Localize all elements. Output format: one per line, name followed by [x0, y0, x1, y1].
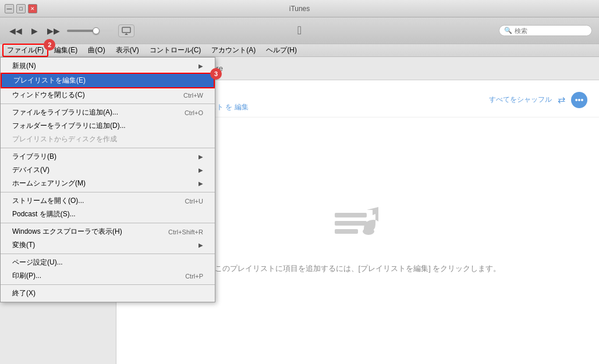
- dd-sep5: [1, 254, 215, 254]
- dd-new[interactable]: 新規(N) ▶: [1, 59, 215, 73]
- dropdown-menu: 新規(N) ▶ プレイリストを編集(E) 3 ウィンドウを閉じる(C) Ctrl…: [0, 57, 215, 302]
- dd-open-stream[interactable]: ストリームを開く(O)... Ctrl+U: [1, 194, 215, 208]
- play-button[interactable]: ▶: [29, 25, 40, 37]
- airplay-icon: [122, 27, 131, 35]
- dd-devices[interactable]: デバイス(V) ▶: [1, 163, 215, 177]
- dd-edit-playlist[interactable]: プレイリストを編集(E) 3: [1, 73, 215, 88]
- dd-home-sharing[interactable]: ホームシェアリング(M) ▶: [1, 177, 215, 190]
- content-actions: すべてをシャッフル ⇄ •••: [489, 92, 587, 108]
- title-bar: — □ ✕ iTunes: [0, 0, 599, 17]
- badge-3: 3: [210, 68, 222, 80]
- empty-text: このプレイリストに項目を追加するには、[プレイリストを編集] をクリックします。: [215, 263, 501, 275]
- dd-sep1: [1, 104, 215, 104]
- dd-convert-arrow: ▶: [199, 242, 203, 248]
- volume-slider[interactable]: [67, 30, 114, 32]
- dd-convert[interactable]: 変換(T) ▶: [1, 238, 215, 252]
- dd-sep6: [1, 284, 215, 285]
- dd-print-shortcut: Ctrl+P: [185, 273, 203, 280]
- dd-open-stream-shortcut: Ctrl+U: [185, 198, 203, 205]
- dd-add-file[interactable]: ファイルをライブラリに追加(A)... Ctrl+O: [1, 106, 215, 119]
- transport-bar: ◀◀ ▶ ▶▶  🔍: [0, 17, 599, 44]
- svg-rect-0: [122, 27, 130, 33]
- dd-subscribe-podcast[interactable]: Podcast を購読(S)...: [1, 208, 215, 221]
- menu-control[interactable]: コントロール(C): [145, 44, 206, 56]
- airplay-button[interactable]: [118, 24, 134, 37]
- dd-quit[interactable]: 終了(X): [1, 287, 215, 300]
- search-input[interactable]: [515, 27, 587, 34]
- dd-home-sharing-arrow: ▶: [199, 180, 203, 187]
- window-title: iTunes: [289, 5, 310, 13]
- menu-song[interactable]: 曲(O): [83, 44, 109, 56]
- forward-button[interactable]: ▶▶: [45, 25, 62, 37]
- dd-library-arrow: ▶: [199, 154, 203, 160]
- dd-sep3: [1, 192, 215, 192]
- shuffle-label: すべてをシャッフル: [489, 95, 552, 105]
- dd-devices-arrow: ▶: [199, 167, 203, 173]
- svg-point-5: [363, 228, 374, 235]
- menu-file[interactable]: ファイル(F) 2: [2, 44, 48, 57]
- dd-print[interactable]: 印刷(P)... Ctrl+P: [1, 269, 215, 283]
- dd-sep2: [1, 148, 215, 148]
- svg-marker-1: [125, 33, 128, 35]
- apple-logo: : [297, 24, 302, 37]
- volume-thumb[interactable]: [93, 27, 100, 34]
- search-icon: 🔍: [504, 27, 512, 34]
- maximize-button[interactable]: □: [16, 4, 26, 13]
- svg-rect-2: [335, 213, 367, 217]
- menu-help[interactable]: ヘルプ(H): [261, 44, 302, 56]
- dd-new-arrow: ▶: [199, 63, 203, 69]
- dd-sep4: [1, 223, 215, 223]
- dd-add-folder[interactable]: フォルダーをライブラリに追加(D)...: [1, 119, 215, 133]
- empty-music-icon: [329, 207, 387, 254]
- close-button[interactable]: ✕: [28, 4, 37, 13]
- music-note-large: [329, 207, 387, 254]
- dd-page-setup[interactable]: ページ設定(U)...: [1, 256, 215, 269]
- svg-rect-3: [335, 221, 367, 226]
- dd-close-shortcut: Ctrl+W: [183, 92, 203, 99]
- dd-close-window[interactable]: ウィンドウを閉じる(C) Ctrl+W: [1, 88, 215, 102]
- menu-account[interactable]: アカウント(A): [207, 44, 260, 56]
- svg-rect-4: [335, 229, 358, 234]
- more-button[interactable]: •••: [571, 92, 587, 108]
- dd-add-file-shortcut: Ctrl+O: [185, 109, 203, 116]
- menu-bar: ファイル(F) 2 編集(E) 曲(O) 表示(V) コントロール(C) アカウ…: [0, 44, 599, 57]
- shuffle-button[interactable]: ⇄: [558, 94, 565, 105]
- dd-win-explorer-shortcut: Ctrl+Shift+R: [168, 229, 203, 235]
- dd-windows-explorer[interactable]: Windows エクスプローラで表示(H) Ctrl+Shift+R: [1, 225, 215, 238]
- dd-burn-disc: プレイリストからディスクを作成: [1, 133, 215, 146]
- search-bar[interactable]: 🔍: [499, 25, 592, 36]
- back-button[interactable]: ◀◀: [7, 25, 24, 37]
- dd-library[interactable]: ライブラリ(B) ▶: [1, 150, 215, 163]
- menu-view[interactable]: 表示(V): [111, 44, 144, 56]
- minimize-button[interactable]: —: [5, 4, 14, 13]
